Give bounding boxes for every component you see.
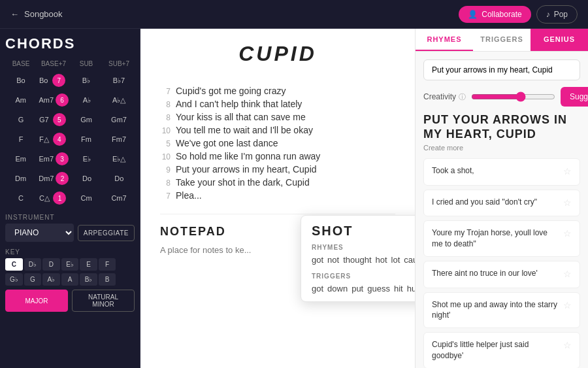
genius-suggestion[interactable]: Cupid's little helper just said goodbye'…	[423, 332, 580, 368]
pop-button[interactable]: ♪ Pop	[536, 5, 578, 24]
key-cell[interactable]: D	[42, 258, 60, 271]
chord-sub[interactable]: Do	[71, 172, 102, 185]
rhyme-word[interactable]: hot	[376, 255, 387, 265]
key-cell[interactable]: G♭	[5, 273, 23, 286]
rhyme-word[interactable]: caught	[404, 255, 415, 265]
chord-sub7[interactable]: Do	[104, 172, 135, 185]
header-sub: SUB	[71, 59, 102, 69]
chord-base7[interactable]: G7 5	[38, 110, 69, 129]
line-text[interactable]: We've got one last dance	[176, 138, 395, 148]
line-text[interactable]: And I can't help think that lately	[176, 99, 395, 109]
back-button[interactable]: ← Songbook	[10, 9, 63, 19]
key-cell[interactable]: A	[61, 273, 79, 286]
key-cell[interactable]: G	[24, 273, 42, 286]
major-scale-button[interactable]: MAJOR	[5, 290, 68, 312]
chord-base[interactable]: F	[5, 133, 37, 146]
chord-sub[interactable]: Gm	[71, 113, 102, 126]
key-cell[interactable]: A♭	[42, 273, 60, 286]
chord-sub7[interactable]: A♭△	[104, 93, 135, 107]
trigger-word[interactable]: put	[351, 284, 363, 293]
trigger-word[interactable]: hit	[394, 284, 403, 293]
tab-rhymes[interactable]: RHYMES	[416, 29, 473, 51]
line-text[interactable]: Put your arrows in my heart, Cupid	[176, 164, 395, 175]
key-cell[interactable]: F	[99, 258, 116, 271]
chord-sub[interactable]: Fm	[71, 133, 102, 146]
chord-sub[interactable]: A♭	[71, 93, 102, 107]
key-cell[interactable]: B	[99, 273, 116, 286]
chord-sub[interactable]: Cm	[71, 192, 102, 205]
line-text[interactable]: Plea...	[176, 190, 395, 201]
chord-base[interactable]: G	[5, 113, 37, 126]
rhymes-list: gotnotthoughthotlotcaughtcannot	[312, 255, 415, 265]
rhyme-word[interactable]: thought	[343, 255, 371, 265]
chord-sub7[interactable]: Fm7	[103, 133, 135, 146]
key-cell[interactable]: C	[5, 258, 23, 271]
chord-row: Em Em7 3 E♭ E♭△	[5, 150, 135, 168]
chord-base[interactable]: Dm	[5, 172, 36, 185]
line-text[interactable]: Take your shot in the dark, Cupid	[176, 177, 395, 188]
collaborate-button[interactable]: 👤 Collaborate	[459, 6, 531, 23]
suggest-button[interactable]: Suggest	[561, 87, 588, 107]
trigger-word[interactable]: hurt	[407, 284, 415, 293]
genius-suggestion[interactable]: Youre my Trojan horse, youll love me to …	[423, 220, 580, 257]
create-more-link[interactable]: Create more	[423, 144, 580, 152]
tab-triggers[interactable]: TRIGGERS	[473, 29, 531, 51]
line-number: 8	[160, 100, 171, 109]
chord-base7[interactable]: Dm7 2	[37, 169, 70, 188]
star-icon[interactable]: ☆	[563, 227, 572, 241]
key-cell[interactable]: E	[80, 258, 97, 271]
line-text[interactable]: Your kiss is all that can save me	[176, 112, 395, 122]
suggestion-text: Shot me up and away into the starry nigh…	[432, 299, 559, 322]
chord-base7[interactable]: Am7 6	[37, 91, 70, 109]
star-icon[interactable]: ☆	[563, 299, 572, 312]
chord-base7[interactable]: C△ 1	[38, 189, 69, 207]
creativity-slider[interactable]	[471, 92, 555, 102]
chord-base[interactable]: C	[5, 192, 37, 205]
genius-search-input[interactable]	[423, 59, 580, 80]
chord-base7[interactable]: Bo 7	[38, 71, 69, 90]
genius-suggestion[interactable]: Took a shot,☆	[423, 158, 580, 186]
rhyme-word[interactable]: not	[327, 255, 339, 265]
genius-suggestion[interactable]: There aint no truce in our love'☆	[423, 261, 580, 288]
chord-sub7[interactable]: E♭△	[104, 152, 135, 166]
instrument-select[interactable]: PIANO GUITAR	[5, 224, 74, 242]
chord-base7[interactable]: Em7 3	[37, 150, 70, 168]
tab-genius[interactable]: GENIUS	[531, 29, 588, 51]
minor-scale-button[interactable]: NATURAL MINOR	[72, 290, 135, 312]
rhyme-word[interactable]: lot	[391, 255, 400, 265]
rhyme-word[interactable]: got	[312, 255, 323, 265]
genius-suggestion[interactable]: I cried and you said "don't cry"☆	[423, 190, 580, 217]
chord-sub7[interactable]: Gm7	[103, 113, 135, 126]
chord-sub[interactable]: E♭	[71, 152, 102, 166]
chord-sub[interactable]: B♭	[71, 74, 102, 88]
triggers-list: gotdownputguesshithurtround	[312, 284, 415, 293]
chord-row: Bo Bo 7 B♭ B♭7	[5, 71, 135, 90]
key-cell[interactable]: D♭	[24, 258, 42, 271]
chord-sub7[interactable]: Cm7	[103, 192, 135, 205]
creativity-row: Creativity ⓘ Suggest	[423, 87, 580, 107]
chord-sub7[interactable]: B♭7	[103, 74, 135, 88]
trigger-word[interactable]: got	[312, 284, 323, 293]
trigger-word[interactable]: down	[327, 284, 348, 293]
trigger-word[interactable]: guess	[367, 284, 390, 293]
editor[interactable]: CUPID 7Cupid's got me going crazy8And I …	[140, 29, 415, 368]
chord-base[interactable]: Am	[5, 93, 36, 107]
scale-row: MAJOR NATURAL MINOR	[5, 290, 135, 312]
suggestion-text: Cupid's little helper just said goodbye'	[432, 339, 559, 361]
line-text[interactable]: You tell me to wait and I'll be okay	[176, 125, 395, 135]
key-cell[interactable]: B♭	[80, 273, 97, 286]
arpeggiate-button[interactable]: ARPEGGIATE	[78, 225, 135, 241]
star-icon[interactable]: ☆	[563, 165, 572, 178]
chord-base[interactable]: Em	[5, 152, 36, 165]
chord-base7[interactable]: F△ 4	[38, 130, 69, 148]
key-cell[interactable]: E♭	[61, 258, 79, 271]
song-line: 9Put your arrows in my heart, Cupid	[160, 164, 395, 175]
line-text[interactable]: So hold me like I'm gonna run away	[176, 151, 395, 161]
star-icon[interactable]: ☆	[563, 197, 572, 210]
genius-suggestion[interactable]: Shot me up and away into the starry nigh…	[423, 292, 580, 329]
line-text[interactable]: Cupid's got me going crazy	[176, 86, 395, 96]
chord-base[interactable]: Bo	[5, 74, 37, 87]
star-icon[interactable]: ☆	[563, 268, 572, 281]
right-tabs: RHYMES TRIGGERS GENIUS	[416, 29, 588, 52]
star-icon[interactable]: ☆	[563, 339, 572, 352]
